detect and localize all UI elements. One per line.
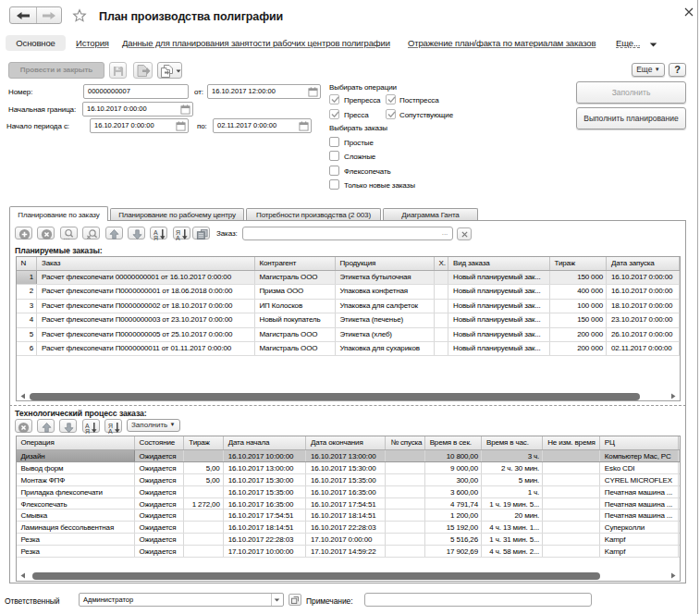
svg-text:Я: Я <box>85 428 90 434</box>
svg-text:А: А <box>108 428 113 434</box>
svg-text:Я: Я <box>154 235 158 240</box>
svg-text:А: А <box>176 235 180 240</box>
